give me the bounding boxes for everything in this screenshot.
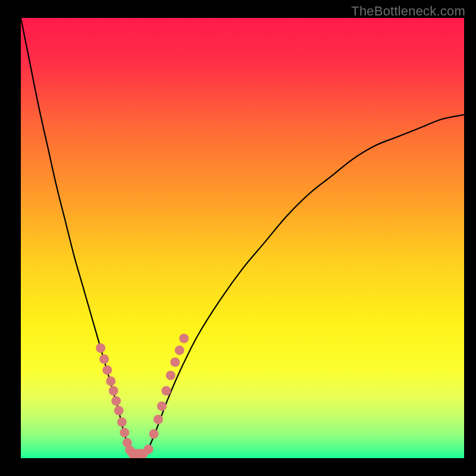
marker-left-3 <box>106 377 115 386</box>
marker-right-2 <box>157 402 167 411</box>
marker-left-8 <box>120 428 129 437</box>
marker-left-7 <box>117 417 127 427</box>
marker-right-6 <box>175 346 184 355</box>
marker-right-1 <box>154 415 163 424</box>
marker-left-5 <box>111 396 121 406</box>
marker-right-9 <box>144 444 154 454</box>
marker-left-1 <box>99 355 109 364</box>
marker-left-2 <box>102 365 112 375</box>
chart-frame: TheBottleneck.com <box>0 0 476 476</box>
marker-right-4 <box>166 371 176 380</box>
curve-path <box>21 18 464 455</box>
marker-left-6 <box>114 406 124 415</box>
marker-left-0 <box>96 343 105 353</box>
marker-right-0 <box>149 429 159 439</box>
plot-area <box>21 18 464 458</box>
bottleneck-curve <box>21 18 464 458</box>
marker-right-3 <box>161 386 171 396</box>
marker-left-4 <box>109 386 118 396</box>
marker-right-5 <box>170 358 180 367</box>
marker-right-7 <box>179 334 189 343</box>
watermark-text: TheBottleneck.com <box>351 4 465 19</box>
